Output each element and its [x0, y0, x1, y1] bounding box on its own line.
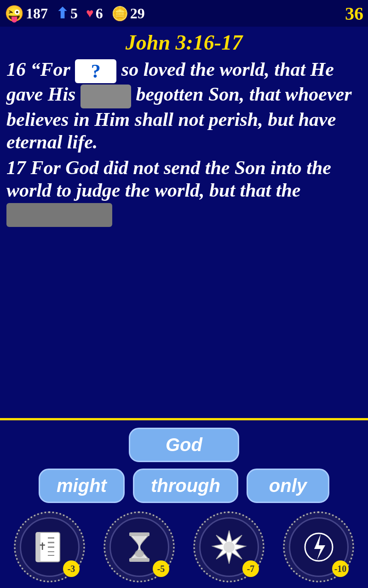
svg-text:✝: ✝	[38, 541, 46, 552]
coin-count: 29	[130, 5, 145, 22]
svg-point-10	[135, 550, 144, 557]
svg-point-12	[224, 542, 235, 553]
blank-word-2	[80, 85, 131, 108]
coin-stat: 🪙 29	[111, 5, 145, 22]
hourglass-badge: -5	[153, 560, 169, 577]
explosion-icon	[211, 529, 247, 565]
coin-icon: 🪙	[111, 6, 128, 22]
header-score: 36	[345, 3, 363, 24]
lightning-button[interactable]: -10	[283, 511, 354, 582]
svg-rect-9	[129, 558, 150, 562]
answer-row-bottom: might through only	[39, 469, 329, 503]
answers-area: God might through only	[0, 420, 368, 508]
answer-only-button[interactable]: only	[247, 469, 329, 503]
blank-word-1[interactable]: ?	[75, 59, 116, 83]
answer-god-button[interactable]: God	[129, 428, 239, 462]
answer-row-top: God	[129, 428, 239, 462]
header-stats: 😜 187 ⬆ 5 ♥ 6 🪙 29	[5, 4, 145, 23]
explosion-badge: -7	[242, 560, 259, 577]
arrow-stat: ⬆ 5	[56, 5, 78, 22]
bible-hint-badge: -3	[63, 560, 80, 577]
svg-marker-14	[314, 534, 325, 560]
hourglass-icon	[121, 529, 158, 565]
verse-title: John 3:16-17	[0, 27, 368, 57]
bottom-toolbar: ✝ -3 -5	[0, 508, 368, 588]
verse-text: 16 “For ? so loved the world, that He ga…	[6, 58, 362, 154]
verse-area: 16 “For ? so loved the world, that He ga…	[0, 57, 368, 417]
emoji-icon: 😜	[5, 4, 24, 23]
emoji-count: 187	[26, 5, 48, 22]
heart-count: 6	[96, 5, 103, 22]
bible-icon: ✝	[31, 529, 68, 565]
explosion-button[interactable]: -7	[193, 511, 264, 582]
verse-text-part4: 17 For God did not send the Son into the…	[6, 157, 331, 201]
arrow-count: 5	[70, 5, 78, 22]
header: 😜 187 ⬆ 5 ♥ 6 🪙 29 36	[0, 0, 368, 27]
verse-text-part1: 16 “For	[6, 59, 70, 80]
verse-text-2: 17 For God did not send the Son into the…	[6, 157, 362, 227]
bible-hint-button[interactable]: ✝ -3	[14, 511, 85, 582]
lightning-icon	[300, 529, 337, 565]
answer-through-button[interactable]: through	[133, 469, 238, 503]
blank-word-3	[6, 203, 112, 227]
answer-might-button[interactable]: might	[39, 469, 125, 503]
arrow-icon: ⬆	[56, 5, 69, 22]
heart-stat: ♥ 6	[86, 5, 103, 22]
svg-rect-8	[129, 532, 150, 536]
emoji-stat: 😜 187	[5, 4, 48, 23]
lightning-badge: -10	[332, 560, 349, 577]
heart-icon: ♥	[86, 6, 94, 21]
hourglass-button[interactable]: -5	[104, 511, 175, 582]
